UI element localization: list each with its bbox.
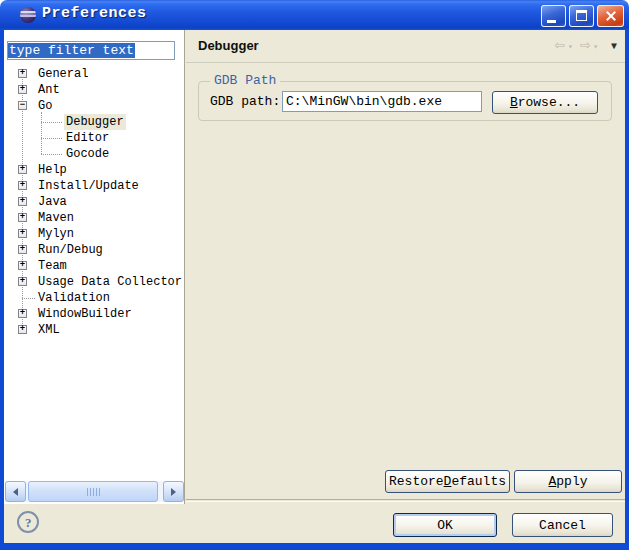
tree-item-label: Go xyxy=(36,98,54,114)
ok-button[interactable]: OK xyxy=(393,513,497,537)
tree-item-label: Team xyxy=(36,258,69,274)
expand-toggle-icon[interactable]: + xyxy=(18,165,27,174)
page-header: Debugger ⇦ ▾ ⇨ ▾ ▼ xyxy=(186,30,625,63)
expand-toggle-icon[interactable]: + xyxy=(18,245,27,254)
preference-page-panel: Debugger ⇦ ▾ ⇨ ▾ ▼ GDB Path GDB path: Br… xyxy=(186,30,625,504)
tree-item-xml[interactable]: +XML xyxy=(4,322,184,338)
tree-item-debugger[interactable]: Debugger xyxy=(4,114,184,130)
expand-toggle-icon[interactable]: + xyxy=(18,277,27,286)
tree-item-ant[interactable]: +Ant xyxy=(4,82,184,98)
group-label: GDB Path xyxy=(210,73,280,89)
window-border xyxy=(0,543,629,550)
expand-toggle-icon[interactable]: + xyxy=(18,69,27,78)
button-bar-separator xyxy=(186,499,625,501)
help-button[interactable]: ? xyxy=(17,511,39,533)
close-icon xyxy=(606,11,616,21)
close-button[interactable] xyxy=(597,5,624,27)
back-button[interactable]: ⇦ xyxy=(555,34,565,58)
filter-input-selected-text: type filter text xyxy=(8,43,135,58)
expand-toggle-icon[interactable]: + xyxy=(18,325,27,334)
tree-item-run-debug[interactable]: +Run/Debug xyxy=(4,242,184,258)
tree-item-gocode[interactable]: Gocode xyxy=(4,146,184,162)
tree-item-label: Java xyxy=(36,194,69,210)
tree-item-label: Install/Update xyxy=(36,178,141,194)
back-dropdown-icon[interactable]: ▾ xyxy=(568,42,573,51)
tree-item-editor[interactable]: Editor xyxy=(4,130,184,146)
tree-item-label: Editor xyxy=(64,130,111,146)
gdb-path-label: GDB path: xyxy=(210,94,280,109)
scroll-left-button[interactable] xyxy=(5,481,26,502)
horizontal-scrollbar[interactable] xyxy=(5,481,184,502)
maximize-button[interactable] xyxy=(569,5,594,27)
dialog-body: type filter text +General+Ant−GoDebugger… xyxy=(4,30,625,543)
apply-button[interactable]: Apply xyxy=(514,470,622,493)
tree-item-label: Ant xyxy=(36,82,62,98)
titlebar: Preferences xyxy=(0,0,629,30)
restore-defaults-button[interactable]: Restore Defaults xyxy=(385,470,510,493)
scrollbar-grip-icon xyxy=(87,488,100,496)
tree-item-help[interactable]: +Help xyxy=(4,162,184,178)
expand-toggle-icon[interactable]: + xyxy=(18,181,27,190)
tree-item-mylyn[interactable]: +Mylyn xyxy=(4,226,184,242)
scroll-left-icon xyxy=(9,488,18,496)
tree-item-label: Debugger xyxy=(64,114,126,130)
minimize-icon xyxy=(547,20,556,23)
tree-item-label: Help xyxy=(36,162,69,178)
browse-button[interactable]: Browse... xyxy=(492,91,598,114)
tree-item-label: Mylyn xyxy=(36,226,76,242)
window-border xyxy=(625,30,629,550)
expand-toggle-icon[interactable]: + xyxy=(18,261,27,270)
minimize-button[interactable] xyxy=(541,5,566,27)
tree-item-team[interactable]: +Team xyxy=(4,258,184,274)
gdb-path-input[interactable] xyxy=(282,91,482,112)
tree-item-label: Gocode xyxy=(64,146,111,162)
page-navigation: ⇦ ▾ ⇨ ▾ ▼ xyxy=(555,34,617,58)
tree-item-maven[interactable]: +Maven xyxy=(4,210,184,226)
page-title: Debugger xyxy=(198,38,259,53)
filter-input[interactable]: type filter text xyxy=(7,41,175,60)
tree-item-label: Usage Data Collector xyxy=(36,274,184,290)
tree-item-label: Maven xyxy=(36,210,76,226)
view-menu-button[interactable]: ▼ xyxy=(611,41,617,52)
expand-toggle-icon[interactable]: + xyxy=(18,197,27,206)
tree-item-java[interactable]: +Java xyxy=(4,194,184,210)
scrollbar-thumb[interactable] xyxy=(28,481,158,502)
scroll-right-icon xyxy=(171,488,180,496)
tree-item-label: Validation xyxy=(36,290,112,306)
maximize-icon xyxy=(576,10,587,21)
expand-toggle-icon[interactable]: − xyxy=(18,101,27,110)
tree-item-label: WindowBuilder xyxy=(36,306,134,322)
forward-button[interactable]: ⇨ xyxy=(580,34,590,58)
forward-dropdown-icon[interactable]: ▾ xyxy=(593,42,598,51)
gdb-path-group: GDB Path GDB path: Browse... xyxy=(198,81,612,121)
tree-item-label: Run/Debug xyxy=(36,242,105,258)
expand-toggle-icon[interactable]: + xyxy=(18,229,27,238)
tree-item-label: XML xyxy=(36,322,62,338)
preferences-tree-panel: type filter text +General+Ant−GoDebugger… xyxy=(4,30,185,504)
eclipse-logo-icon xyxy=(20,7,36,23)
preferences-window: Preferences type filter text +General+An… xyxy=(0,0,629,550)
window-title: Preferences xyxy=(42,5,147,22)
scroll-right-button[interactable] xyxy=(163,481,184,502)
cancel-button[interactable]: Cancel xyxy=(512,513,613,537)
tree-item-install-update[interactable]: +Install/Update xyxy=(4,178,184,194)
tree-item-validation[interactable]: Validation xyxy=(4,290,184,306)
preferences-tree: +General+Ant−GoDebuggerEditorGocode+Help… xyxy=(4,66,184,366)
expand-toggle-icon[interactable]: + xyxy=(18,309,27,318)
tree-item-go[interactable]: −Go xyxy=(4,98,184,114)
expand-toggle-icon[interactable]: + xyxy=(18,85,27,94)
tree-item-usage-data-collector[interactable]: +Usage Data Collector xyxy=(4,274,184,290)
expand-toggle-icon[interactable]: + xyxy=(18,213,27,222)
tree-item-windowbuilder[interactable]: +WindowBuilder xyxy=(4,306,184,322)
tree-item-label: General xyxy=(36,66,90,82)
tree-item-general[interactable]: +General xyxy=(4,66,184,82)
